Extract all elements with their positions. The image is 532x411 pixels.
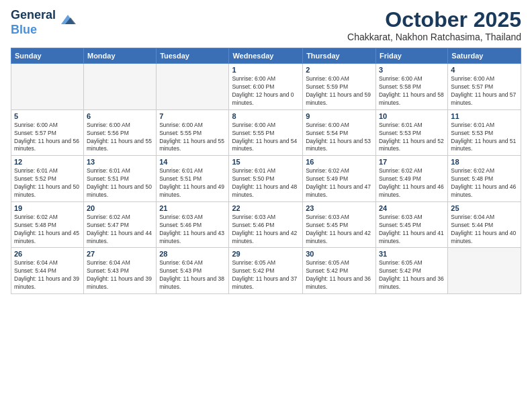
day-info: Sunrise: 6:00 AMSunset: 5:56 PMDaylight:… — [87, 122, 153, 154]
calendar-cell — [448, 248, 521, 294]
day-number: 28 — [159, 250, 226, 258]
day-info: Sunrise: 6:01 AMSunset: 5:50 PMDaylight:… — [232, 167, 300, 199]
day-info: Sunrise: 6:03 AMSunset: 5:46 PMDaylight:… — [159, 214, 226, 246]
day-number: 19 — [14, 204, 81, 212]
calendar-week-2: 5Sunrise: 6:00 AMSunset: 5:57 PMDaylight… — [11, 109, 521, 156]
calendar-cell: 1Sunrise: 6:00 AMSunset: 6:00 PMDaylight… — [229, 64, 303, 110]
day-info: Sunrise: 6:04 AMSunset: 5:44 PMDaylight:… — [451, 214, 518, 246]
day-info: Sunrise: 6:00 AMSunset: 5:59 PMDaylight:… — [306, 75, 373, 107]
calendar-cell: 12Sunrise: 6:01 AMSunset: 5:52 PMDayligh… — [11, 156, 84, 202]
calendar-cell: 17Sunrise: 6:02 AMSunset: 5:49 PMDayligh… — [375, 156, 447, 202]
day-number: 5 — [14, 112, 81, 120]
day-number: 1 — [232, 66, 300, 74]
day-number: 7 — [159, 112, 226, 120]
day-number: 9 — [306, 112, 373, 120]
calendar-table: SundayMondayTuesdayWednesdayThursdayFrid… — [11, 48, 521, 294]
calendar-cell: 8Sunrise: 6:00 AMSunset: 5:55 PMDaylight… — [229, 109, 303, 156]
day-info: Sunrise: 6:02 AMSunset: 5:48 PMDaylight:… — [14, 214, 81, 246]
logo-text: General Blue — [11, 8, 56, 37]
day-number: 20 — [87, 204, 153, 212]
calendar-cell: 31Sunrise: 6:05 AMSunset: 5:42 PMDayligh… — [375, 248, 447, 294]
day-info: Sunrise: 6:00 AMSunset: 5:57 PMDaylight:… — [14, 122, 81, 154]
calendar-cell: 3Sunrise: 6:00 AMSunset: 5:58 PMDaylight… — [375, 64, 447, 110]
calendar-cell: 26Sunrise: 6:04 AMSunset: 5:44 PMDayligh… — [11, 248, 84, 294]
day-info: Sunrise: 6:00 AMSunset: 5:55 PMDaylight:… — [232, 122, 300, 154]
calendar-cell: 24Sunrise: 6:03 AMSunset: 5:45 PMDayligh… — [375, 201, 447, 248]
calendar-cell: 4Sunrise: 6:00 AMSunset: 5:57 PMDaylight… — [448, 64, 521, 110]
day-number: 15 — [232, 158, 300, 166]
calendar-week-1: 1Sunrise: 6:00 AMSunset: 6:00 PMDaylight… — [11, 64, 521, 110]
day-info: Sunrise: 6:05 AMSunset: 5:42 PMDaylight:… — [379, 259, 445, 291]
day-number: 26 — [14, 250, 81, 258]
day-info: Sunrise: 6:03 AMSunset: 5:46 PMDaylight:… — [232, 214, 300, 246]
logo-icon — [58, 12, 77, 27]
day-number: 14 — [159, 158, 226, 166]
day-info: Sunrise: 6:00 AMSunset: 5:57 PMDaylight:… — [451, 75, 518, 107]
day-info: Sunrise: 6:01 AMSunset: 5:52 PMDaylight:… — [14, 167, 81, 199]
day-number: 31 — [379, 250, 445, 258]
calendar-cell: 10Sunrise: 6:01 AMSunset: 5:53 PMDayligh… — [375, 109, 447, 156]
day-number: 13 — [87, 158, 153, 166]
day-info: Sunrise: 6:04 AMSunset: 5:43 PMDaylight:… — [87, 259, 153, 291]
calendar-cell: 21Sunrise: 6:03 AMSunset: 5:46 PMDayligh… — [157, 201, 229, 248]
day-info: Sunrise: 6:02 AMSunset: 5:49 PMDaylight:… — [379, 167, 445, 199]
day-info: Sunrise: 6:00 AMSunset: 5:54 PMDaylight:… — [306, 122, 373, 154]
calendar-cell: 6Sunrise: 6:00 AMSunset: 5:56 PMDaylight… — [83, 109, 156, 156]
day-info: Sunrise: 6:02 AMSunset: 5:48 PMDaylight:… — [451, 167, 518, 199]
day-number: 30 — [306, 250, 373, 258]
day-number: 27 — [87, 250, 153, 258]
day-number: 4 — [451, 66, 518, 74]
calendar-cell: 11Sunrise: 6:01 AMSunset: 5:53 PMDayligh… — [448, 109, 521, 156]
day-info: Sunrise: 6:03 AMSunset: 5:45 PMDaylight:… — [379, 214, 445, 246]
day-number: 10 — [379, 112, 445, 120]
day-number: 18 — [451, 158, 518, 166]
calendar-cell: 28Sunrise: 6:04 AMSunset: 5:43 PMDayligh… — [157, 248, 229, 294]
calendar-header-row: SundayMondayTuesdayWednesdayThursdayFrid… — [11, 48, 521, 64]
day-info: Sunrise: 6:01 AMSunset: 5:53 PMDaylight:… — [379, 122, 445, 154]
day-number: 25 — [451, 204, 518, 212]
weekday-header-monday: Monday — [83, 48, 156, 64]
day-number: 3 — [379, 66, 445, 74]
day-info: Sunrise: 6:05 AMSunset: 5:42 PMDaylight:… — [232, 259, 300, 291]
day-number: 2 — [306, 66, 373, 74]
day-number: 16 — [306, 158, 373, 166]
calendar-cell: 30Sunrise: 6:05 AMSunset: 5:42 PMDayligh… — [303, 248, 376, 294]
calendar-cell: 9Sunrise: 6:00 AMSunset: 5:54 PMDaylight… — [303, 109, 376, 156]
calendar-cell — [83, 64, 156, 110]
page-container: General Blue October 2025 Chakkarat, Nak… — [0, 0, 532, 300]
calendar-cell — [157, 64, 229, 110]
day-info: Sunrise: 6:01 AMSunset: 5:51 PMDaylight:… — [87, 167, 153, 199]
calendar-week-3: 12Sunrise: 6:01 AMSunset: 5:52 PMDayligh… — [11, 156, 521, 202]
calendar-cell: 29Sunrise: 6:05 AMSunset: 5:42 PMDayligh… — [229, 248, 303, 294]
day-info: Sunrise: 6:05 AMSunset: 5:42 PMDaylight:… — [306, 259, 373, 291]
calendar-cell: 27Sunrise: 6:04 AMSunset: 5:43 PMDayligh… — [83, 248, 156, 294]
weekday-header-wednesday: Wednesday — [229, 48, 303, 64]
calendar-cell: 2Sunrise: 6:00 AMSunset: 5:59 PMDaylight… — [303, 64, 376, 110]
calendar-week-5: 26Sunrise: 6:04 AMSunset: 5:44 PMDayligh… — [11, 248, 521, 294]
day-info: Sunrise: 6:01 AMSunset: 5:53 PMDaylight:… — [451, 122, 518, 154]
day-info: Sunrise: 6:00 AMSunset: 6:00 PMDaylight:… — [232, 75, 300, 107]
calendar-cell: 20Sunrise: 6:02 AMSunset: 5:47 PMDayligh… — [83, 201, 156, 248]
day-number: 29 — [232, 250, 300, 258]
day-number: 11 — [451, 112, 518, 120]
day-info: Sunrise: 6:04 AMSunset: 5:43 PMDaylight:… — [159, 259, 226, 291]
day-info: Sunrise: 6:02 AMSunset: 5:47 PMDaylight:… — [87, 214, 153, 246]
weekday-header-sunday: Sunday — [11, 48, 84, 64]
calendar-cell: 5Sunrise: 6:00 AMSunset: 5:57 PMDaylight… — [11, 109, 84, 156]
day-info: Sunrise: 6:02 AMSunset: 5:49 PMDaylight:… — [306, 167, 373, 199]
day-number: 17 — [379, 158, 445, 166]
weekday-header-tuesday: Tuesday — [157, 48, 229, 64]
calendar-cell: 18Sunrise: 6:02 AMSunset: 5:48 PMDayligh… — [448, 156, 521, 202]
day-info: Sunrise: 6:03 AMSunset: 5:45 PMDaylight:… — [306, 214, 373, 246]
calendar-cell: 25Sunrise: 6:04 AMSunset: 5:44 PMDayligh… — [448, 201, 521, 248]
calendar-cell: 13Sunrise: 6:01 AMSunset: 5:51 PMDayligh… — [83, 156, 156, 202]
calendar-cell: 23Sunrise: 6:03 AMSunset: 5:45 PMDayligh… — [303, 201, 376, 248]
day-number: 8 — [232, 112, 300, 120]
day-info: Sunrise: 6:00 AMSunset: 5:55 PMDaylight:… — [159, 122, 226, 154]
month-title: October 2025 — [347, 8, 521, 32]
logo: General Blue — [11, 8, 77, 37]
day-number: 6 — [87, 112, 153, 120]
title-block: October 2025 Chakkarat, Nakhon Ratchasim… — [347, 8, 521, 42]
weekday-header-friday: Friday — [375, 48, 447, 64]
day-info: Sunrise: 6:00 AMSunset: 5:58 PMDaylight:… — [379, 75, 445, 107]
